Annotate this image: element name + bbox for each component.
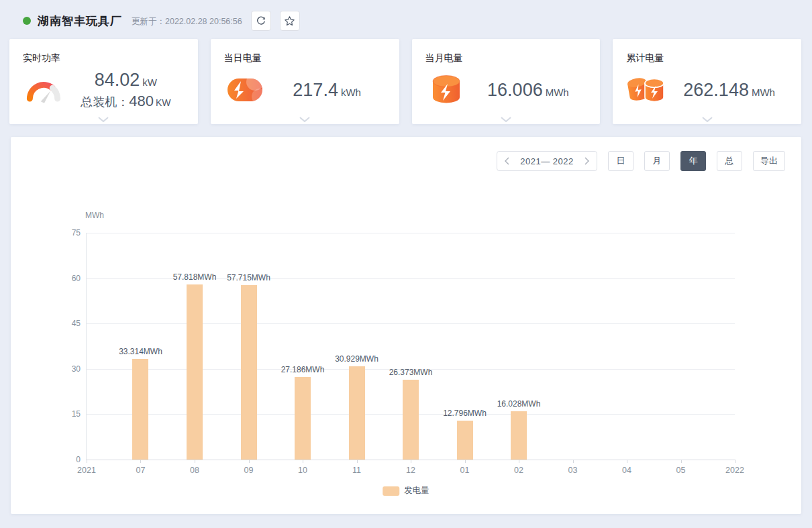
range-prev-icon[interactable]	[504, 157, 510, 165]
monthly-energy-value: 16.006	[487, 80, 543, 100]
x-axis-tick	[735, 460, 735, 463]
chart-toolbar: 2021— 2022 日月年总导出	[497, 151, 785, 171]
plot-area: MWh 0153045607520210733.314MWh0857.818MW…	[86, 233, 735, 460]
star-icon	[284, 15, 295, 27]
view-toggle-button[interactable]: 总	[717, 151, 742, 171]
x-tick-label: 02	[514, 466, 523, 475]
x-axis-tick	[573, 460, 574, 463]
x-tick-label: 11	[352, 466, 361, 475]
x-axis-tick	[249, 460, 250, 463]
x-axis-tick	[140, 460, 141, 463]
x-axis-tick	[465, 460, 466, 463]
card-label: 当月电量	[425, 52, 590, 64]
site-title: 湖南智丰玩具厂	[38, 13, 122, 29]
installed-capacity-line: 总装机：480KW	[81, 93, 170, 110]
installed-capacity-value: 480	[129, 93, 154, 109]
legend-item-generation[interactable]: 发电量	[383, 485, 429, 496]
y-tick-label: 75	[72, 228, 81, 237]
gridline	[87, 323, 735, 324]
bar-value-label: 33.314MWh	[119, 347, 162, 356]
generation-bar[interactable]	[241, 285, 257, 460]
total-energy-icon	[626, 74, 668, 105]
monthly-energy-line: 16.006MWh	[487, 80, 569, 101]
generation-bar[interactable]	[511, 411, 527, 460]
x-tick-label: 08	[190, 466, 199, 475]
total-energy-unit: MWh	[752, 87, 775, 98]
date-range-text: 2021— 2022	[520, 156, 573, 166]
card-expand-chevron-icon[interactable]	[98, 117, 109, 122]
y-axis-unit-label: MWh	[85, 211, 104, 220]
card-expand-chevron-icon[interactable]	[501, 117, 511, 122]
card-daily-energy: 当日电量	[211, 39, 399, 124]
refresh-button[interactable]	[251, 11, 271, 31]
daily-energy-line: 217.4kWh	[293, 80, 361, 101]
bar-value-label: 16.028MWh	[497, 399, 541, 409]
x-tick-label: 01	[460, 466, 470, 475]
export-button[interactable]: 导出	[753, 151, 785, 171]
legend-swatch	[383, 486, 399, 496]
date-range-picker[interactable]: 2021— 2022	[497, 151, 597, 171]
card-monthly-energy: 当月电量 16.006MWh	[412, 39, 601, 124]
gridline	[87, 233, 735, 233]
installed-capacity-label: 总装机：	[81, 95, 129, 109]
power-unit: kW	[142, 76, 157, 88]
bar-value-label: 12.796MWh	[443, 409, 487, 418]
card-total-energy: 累计电量	[613, 39, 801, 124]
x-tick-label: 10	[298, 466, 307, 475]
monthly-energy-icon	[425, 75, 467, 105]
x-tick-label: 12	[406, 466, 415, 475]
view-toggle-button[interactable]: 月	[644, 151, 670, 171]
daily-energy-value: 217.4	[293, 80, 338, 100]
card-expand-chevron-icon[interactable]	[299, 117, 310, 122]
power-gauge-icon	[23, 72, 64, 107]
x-axis-tick	[519, 460, 519, 463]
x-axis-tick	[303, 460, 303, 463]
generation-bar[interactable]	[132, 359, 148, 460]
x-axis-tick	[627, 460, 627, 463]
view-toggle-button[interactable]: 日	[608, 151, 633, 171]
total-energy-value: 262.148	[683, 80, 749, 100]
x-tick-label: 07	[136, 466, 146, 475]
monthly-energy-unit: MWh	[546, 87, 569, 98]
bar-value-label: 30.929MWh	[335, 354, 378, 364]
bar-value-label: 57.715MWh	[227, 273, 270, 282]
generation-bar[interactable]	[349, 366, 365, 460]
y-tick-label: 0	[76, 455, 81, 464]
generation-bar[interactable]	[403, 380, 419, 460]
x-tick-label: 03	[568, 466, 578, 475]
daily-energy-unit: kWh	[341, 87, 361, 98]
updated-timestamp: 更新于：2022.02.28 20:56:56	[132, 16, 242, 28]
card-expand-chevron-icon[interactable]	[702, 117, 713, 122]
x-tick-label: 09	[244, 466, 254, 475]
refresh-icon	[256, 15, 266, 26]
bar-value-label: 26.373MWh	[389, 368, 433, 377]
installed-capacity-unit: KW	[156, 97, 171, 108]
y-tick-label: 45	[72, 319, 81, 328]
x-tick-label: 04	[622, 466, 631, 475]
generation-bar[interactable]	[457, 421, 473, 460]
generation-bar[interactable]	[187, 284, 203, 460]
y-tick-label: 60	[72, 274, 81, 283]
bar-value-label: 57.818MWh	[173, 272, 217, 282]
x-tick-label: 2022	[725, 466, 744, 475]
card-label: 当日电量	[224, 52, 389, 64]
y-tick-label: 30	[72, 364, 81, 374]
bar-value-label: 27.186MWh	[281, 365, 325, 374]
favorite-button[interactable]	[280, 11, 300, 31]
stat-cards-row: 实时功率 84.02kW 总装机：480KW	[9, 39, 801, 124]
card-label: 累计电量	[626, 52, 791, 64]
x-axis-tick	[681, 460, 682, 463]
generation-bar[interactable]	[295, 377, 311, 460]
power-value-line: 84.02kW	[95, 70, 157, 91]
range-next-icon[interactable]	[584, 157, 590, 165]
generation-chart-card: 2021— 2022 日月年总导出 MWh 015304560752021073…	[11, 137, 801, 514]
view-toggle-button[interactable]: 年	[680, 151, 706, 171]
x-axis-tick	[87, 460, 87, 463]
view-toggle-group: 日月年总导出	[608, 151, 785, 171]
x-axis-tick	[411, 460, 411, 463]
page-header: 湖南智丰玩具厂 更新于：2022.02.28 20:56:56	[0, 0, 812, 39]
x-axis-tick	[195, 460, 195, 463]
power-value: 84.02	[95, 70, 140, 90]
x-tick-label: 05	[676, 466, 686, 475]
daily-energy-icon	[224, 78, 266, 102]
